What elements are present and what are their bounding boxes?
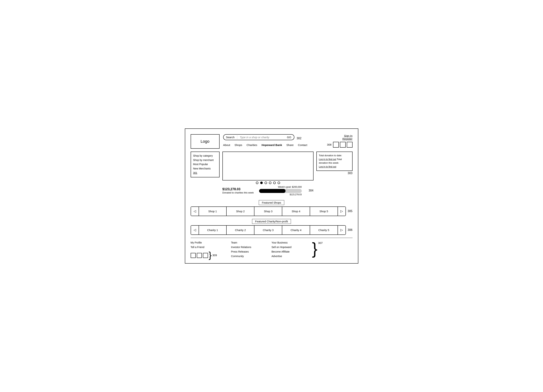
footer-row: My Profile Tell a Friend } 309 Team Inve… [191,241,353,260]
shop-item-2[interactable]: Shop 2 [226,207,255,216]
annotation-305: 305 [348,210,353,213]
featured-shops-title: Featured Shops [259,200,284,205]
login-link-1[interactable]: Log in to find out [319,158,336,161]
footer-team[interactable]: Team [231,241,272,245]
footer-tell-friend[interactable]: Tell a Friend [191,245,231,249]
nav-contact[interactable]: Contact [298,143,307,146]
nav-charities[interactable]: Charities [246,143,257,146]
footer-divider [191,238,353,238]
social-icon-1[interactable] [333,142,339,148]
header-row: Logo Search GO 302 About Shops Charities… [191,134,353,149]
annotation-307: 307 [318,241,323,245]
brace-left-309: } [209,251,212,260]
shop-item-1[interactable]: Shop 1 [199,207,227,216]
charities-carousel: ◁ Charity 1 Charity 2 Charity 3 Charity … [191,225,346,235]
dots-row [222,182,313,184]
right-panel: Total donation to date: Log in to find o… [317,151,353,171]
charity-item-4[interactable]: Charity 4 [282,226,310,235]
footer-your-business[interactable]: Your Business [272,241,312,245]
charities-carousel-items: Charity 1 Charity 2 Charity 3 Charity 4 … [199,226,338,235]
featured-shops-title-wrap: Featured Shops [191,200,353,205]
dot-3[interactable] [265,182,267,184]
featured-charities-section: Featured Charity/Non-profit ◁ Charity 1 … [191,219,353,235]
progress-value: $123,278.03 [259,193,302,196]
search-row: Search GO [223,134,294,140]
header-right: Sign In Register 308 [317,134,353,148]
shop-item-5[interactable]: Shop 5 [310,207,338,216]
search-row-wrapper: Search GO 302 [223,134,313,143]
annotation-303: 303 [348,172,353,175]
progress-bar-fill [259,189,285,193]
search-go-button[interactable]: GO [284,134,294,140]
charities-carousel-wrapper: ◁ Charity 1 Charity 2 Charity 3 Charity … [191,225,353,235]
social-row-top: 308 [327,142,352,148]
social-icon-2[interactable] [340,142,346,148]
search-label: Search [223,134,237,140]
footer-social-row: } 309 [191,251,231,260]
annotation-308: 308 [327,143,331,146]
nav-share[interactable]: Share [286,143,294,146]
nav-about[interactable]: About [223,143,230,146]
signin-link[interactable]: Sign In [342,134,353,137]
social-icon-3[interactable] [347,142,353,148]
footer-social-icon-3[interactable] [203,253,208,258]
nav-row: About Shops Charities Hopeward Bank Shar… [223,143,313,146]
footer-community[interactable]: Community [231,254,272,258]
annotation-309: 309 [212,253,217,258]
footer-col-2: Team Investor Relations Press Releases C… [231,241,272,260]
footer-social-icons [191,253,208,258]
charities-prev-arrow[interactable]: ◁ [191,226,199,235]
footer-social-icon-1[interactable] [191,253,196,258]
footer-press-releases[interactable]: Press Releases [231,249,272,254]
sidebar-shop-by-merchant[interactable]: Shop by merchant [193,158,217,162]
footer-become-affiliate[interactable]: Become Affiliate [272,249,312,254]
main-content: $123,278.03 Donated to charities this we… [222,151,313,198]
sidebar-most-popular[interactable]: Most Popular [193,162,217,167]
dot-2[interactable] [260,182,263,184]
charity-item-1[interactable]: Charity 1 [199,226,227,235]
footer-social-icon-2[interactable] [197,253,202,258]
search-input[interactable] [237,134,284,140]
donation-label: Donated to charities this week [222,191,254,194]
featured-charities-title: Featured Charity/Non-profit [252,219,291,224]
donation-left: $123,278.03 Donated to charities this we… [222,187,254,194]
slideshow-box [222,151,313,180]
total-donation-date-label: Total donation to date: [319,154,342,157]
featured-shops-section: Featured Shops ◁ Shop 1 Shop 2 Shop 3 Sh… [191,200,353,216]
dot-6[interactable] [277,182,280,184]
sidebar-shop-by-category[interactable]: Shop by category [193,154,217,158]
sidebar: Shop by category Shop by merchant Most P… [191,151,220,198]
footer-investor-relations[interactable]: Investor Relations [231,245,272,249]
sidebar-301-link[interactable]: 301 [193,171,217,175]
goal-label: Week's goal: $200,000 [259,185,302,188]
brace-right-307: } [312,241,317,257]
charity-item-2[interactable]: Charity 2 [226,226,255,235]
charities-next-arrow[interactable]: ▷ [338,226,345,235]
annotation-306: 306 [348,228,353,232]
footer-sell-hopeward[interactable]: Sell on Hopeward [272,245,312,249]
register-link[interactable]: Register [342,137,353,140]
dot-1[interactable] [256,182,258,184]
nav-shops[interactable]: Shops [235,143,242,146]
shop-item-4[interactable]: Shop 4 [282,207,310,216]
page-container: Logo Search GO 302 About Shops Charities… [185,129,358,263]
logo: Logo [191,134,220,149]
annotation-302: 302 [297,137,301,140]
nav-hopeward-bank[interactable]: Hopeward Bank [261,143,282,146]
dot-4[interactable] [269,182,272,184]
shop-item-3[interactable]: Shop 3 [255,207,282,216]
dot-5[interactable] [273,182,276,184]
shops-carousel: ◁ Shop 1 Shop 2 Shop 3 Shop 4 Shop 5 ▷ [191,207,346,216]
charity-item-5[interactable]: Charity 5 [310,226,338,235]
annotation-304: 304 [309,189,313,192]
login-link-2[interactable]: Log in to find out [319,165,336,168]
footer-my-profile[interactable]: My Profile [191,241,231,245]
sidebar-new-merchants[interactable]: New Merchants [193,167,217,171]
logo-text: Logo [201,139,209,144]
shops-carousel-wrapper: ◁ Shop 1 Shop 2 Shop 3 Shop 4 Shop 5 ▷ 3… [191,207,353,216]
social-icons-top [333,142,353,148]
footer-advertise[interactable]: Advertise [272,254,312,258]
shops-next-arrow[interactable]: ▷ [338,207,345,216]
shops-prev-arrow[interactable]: ◁ [191,207,199,216]
charity-item-3[interactable]: Charity 3 [255,226,282,235]
